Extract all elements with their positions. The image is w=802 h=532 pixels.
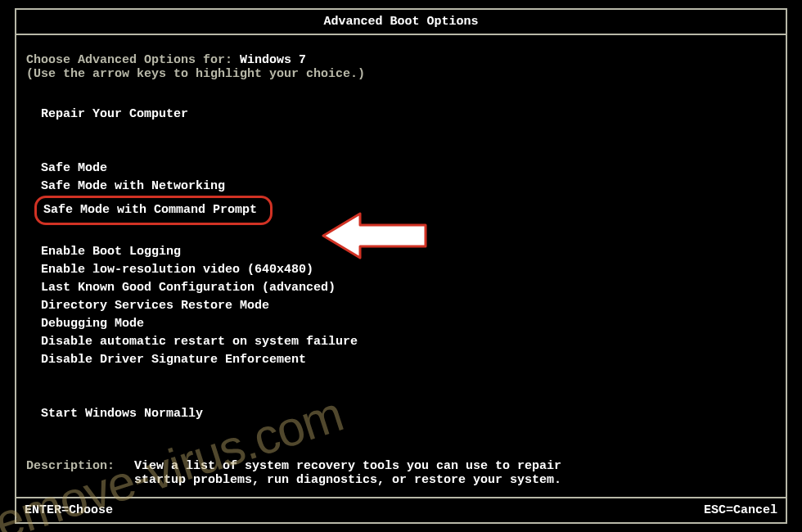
boot-options-window: Advanced Boot Options Choose Advanced Op… — [15, 8, 787, 524]
footer-esc-hint: ESC=Cancel — [704, 503, 777, 517]
description-line2: startup problems, run diagnostics, or re… — [134, 473, 561, 487]
menu-ds-restore[interactable]: Directory Services Restore Mode — [41, 297, 776, 315]
footer-enter-hint: ENTER=Choose — [25, 503, 113, 517]
intro-line: Choose Advanced Options for: Windows 7 — [26, 53, 776, 67]
menu-disable-auto-restart[interactable]: Disable automatic restart on system fail… — [41, 333, 776, 351]
menu-repair-computer[interactable]: Repair Your Computer — [41, 106, 776, 124]
content-area: Choose Advanced Options for: Windows 7 (… — [16, 35, 786, 498]
description-text: View a list of system recovery tools you… — [134, 459, 561, 487]
spacer — [41, 369, 776, 405]
menu-disable-driver-sig[interactable]: Disable Driver Signature Enforcement — [41, 351, 776, 369]
footer-bar: ENTER=Choose ESC=Cancel — [16, 498, 786, 522]
spacer — [41, 124, 776, 160]
window-title: Advanced Boot Options — [16, 10, 786, 35]
menu-start-normally[interactable]: Start Windows Normally — [41, 405, 776, 423]
menu-boot-logging[interactable]: Enable Boot Logging — [41, 243, 776, 261]
spacer — [41, 225, 776, 243]
menu-safe-mode-cmd-label: Safe Mode with Command Prompt — [43, 203, 257, 217]
menu-last-known-good[interactable]: Last Known Good Configuration (advanced) — [41, 279, 776, 297]
menu-safe-mode[interactable]: Safe Mode — [41, 160, 776, 178]
os-name: Windows 7 — [240, 53, 306, 67]
highlight-annotation: Safe Mode with Command Prompt — [34, 196, 273, 225]
menu-safe-mode-networking[interactable]: Safe Mode with Networking — [41, 178, 776, 196]
boot-menu: Repair Your Computer Safe Mode Safe Mode… — [41, 106, 776, 423]
description-label: Description: — [26, 459, 134, 487]
hint-text: (Use the arrow keys to highlight your ch… — [26, 67, 776, 81]
description-line1: View a list of system recovery tools you… — [134, 459, 561, 473]
menu-low-res-video[interactable]: Enable low-resolution video (640x480) — [41, 261, 776, 279]
intro-prefix: Choose Advanced Options for: — [26, 53, 240, 67]
description-block: Description: View a list of system recov… — [26, 459, 776, 487]
menu-debugging[interactable]: Debugging Mode — [41, 315, 776, 333]
menu-safe-mode-cmd[interactable]: Safe Mode with Command Prompt — [41, 196, 776, 225]
